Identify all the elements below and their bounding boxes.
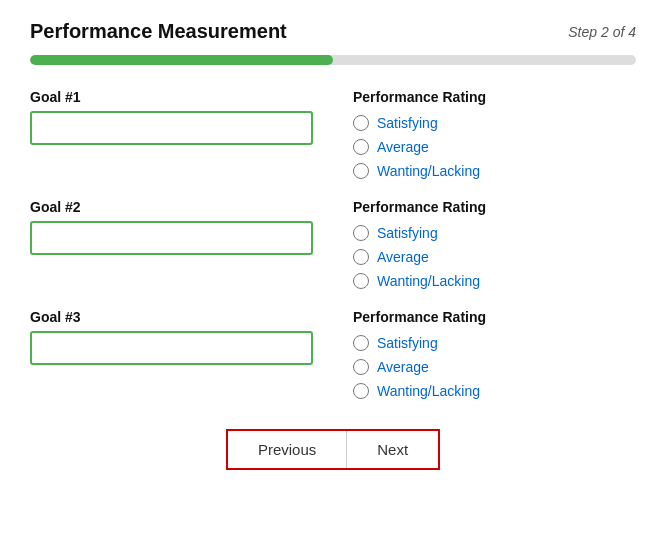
goal-row-3: Goal #3Performance RatingSatisfyingAvera…	[30, 309, 636, 399]
next-button[interactable]: Next	[347, 431, 438, 468]
goal-left-2: Goal #2	[30, 199, 313, 255]
radio-2-1[interactable]	[353, 225, 369, 241]
rating-section-3: Performance RatingSatisfyingAverageWanti…	[353, 309, 636, 399]
rating-section-1: Performance RatingSatisfyingAverageWanti…	[353, 89, 636, 179]
radio-label-1-3: Wanting/Lacking	[377, 163, 480, 179]
radio-item-1-3[interactable]: Wanting/Lacking	[353, 163, 636, 179]
goal-row-2: Goal #2Performance RatingSatisfyingAvera…	[30, 199, 636, 289]
radio-1-1[interactable]	[353, 115, 369, 131]
radio-label-1-1: Satisfying	[377, 115, 438, 131]
goal-label-3: Goal #3	[30, 309, 313, 325]
goal-input-3[interactable]	[30, 331, 313, 365]
radio-3-3[interactable]	[353, 383, 369, 399]
radio-3-1[interactable]	[353, 335, 369, 351]
goal-left-3: Goal #3	[30, 309, 313, 365]
radio-group-1: SatisfyingAverageWanting/Lacking	[353, 115, 636, 179]
page-title: Performance Measurement	[30, 20, 287, 43]
radio-label-3-3: Wanting/Lacking	[377, 383, 480, 399]
page-header: Performance Measurement Step 2 of 4	[30, 20, 636, 43]
radio-2-3[interactable]	[353, 273, 369, 289]
radio-1-3[interactable]	[353, 163, 369, 179]
goal-input-2[interactable]	[30, 221, 313, 255]
goal-label-1: Goal #1	[30, 89, 313, 105]
previous-button[interactable]: Previous	[228, 431, 347, 468]
progress-bar-fill	[30, 55, 333, 65]
radio-label-3-1: Satisfying	[377, 335, 438, 351]
radio-group-3: SatisfyingAverageWanting/Lacking	[353, 335, 636, 399]
radio-label-2-3: Wanting/Lacking	[377, 273, 480, 289]
rating-label-3: Performance Rating	[353, 309, 636, 325]
radio-label-1-2: Average	[377, 139, 429, 155]
progress-bar-container	[30, 55, 636, 65]
step-indicator: Step 2 of 4	[568, 24, 636, 40]
radio-label-2-2: Average	[377, 249, 429, 265]
rating-label-1: Performance Rating	[353, 89, 636, 105]
goal-input-1[interactable]	[30, 111, 313, 145]
nav-buttons-group: Previous Next	[226, 429, 440, 470]
radio-label-2-1: Satisfying	[377, 225, 438, 241]
radio-item-1-2[interactable]: Average	[353, 139, 636, 155]
rating-label-2: Performance Rating	[353, 199, 636, 215]
goal-row-1: Goal #1Performance RatingSatisfyingAvera…	[30, 89, 636, 179]
goal-left-1: Goal #1	[30, 89, 313, 145]
radio-group-2: SatisfyingAverageWanting/Lacking	[353, 225, 636, 289]
radio-item-2-3[interactable]: Wanting/Lacking	[353, 273, 636, 289]
radio-item-3-2[interactable]: Average	[353, 359, 636, 375]
radio-1-2[interactable]	[353, 139, 369, 155]
goals-container: Goal #1Performance RatingSatisfyingAvera…	[30, 89, 636, 399]
radio-label-3-2: Average	[377, 359, 429, 375]
radio-item-2-2[interactable]: Average	[353, 249, 636, 265]
nav-buttons-container: Previous Next	[30, 429, 636, 470]
radio-2-2[interactable]	[353, 249, 369, 265]
rating-section-2: Performance RatingSatisfyingAverageWanti…	[353, 199, 636, 289]
radio-3-2[interactable]	[353, 359, 369, 375]
radio-item-2-1[interactable]: Satisfying	[353, 225, 636, 241]
goal-label-2: Goal #2	[30, 199, 313, 215]
radio-item-1-1[interactable]: Satisfying	[353, 115, 636, 131]
radio-item-3-3[interactable]: Wanting/Lacking	[353, 383, 636, 399]
radio-item-3-1[interactable]: Satisfying	[353, 335, 636, 351]
